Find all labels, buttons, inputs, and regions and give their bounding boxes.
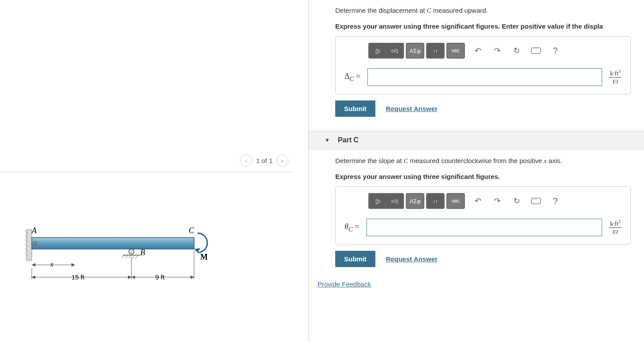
beam-diagram: A C B M x 15 ft 9 ft [22,225,212,300]
svg-marker-22 [32,263,35,267]
partC-toolbar: ▯▯▯√▯ ΑΣφ ↓↑ vec ↶ ↷ ↻ ? [368,193,624,209]
sqrt-button[interactable]: ▯√▯ [386,194,403,208]
figure-panel: ‹ 1 of 1 › A C [0,0,309,342]
svg-marker-28 [32,275,35,279]
svg-text:A: A [31,226,37,235]
svg-marker-33 [131,275,135,279]
keyboard-button[interactable] [529,44,543,57]
vec-button[interactable]: vec [447,44,464,58]
svg-text:x: x [50,260,53,268]
arrows-button[interactable]: ↓↑ [427,194,444,208]
partB-unit: k·ft3EI [607,69,624,86]
partC-question1: Determine the slope at C measured counte… [335,156,644,166]
partB-symbol: ΔC = [342,72,363,83]
partB-submit-button[interactable]: Submit [335,100,375,117]
redo-button[interactable]: ↷ [490,194,504,208]
undo-button[interactable]: ↶ [471,44,484,57]
svg-text:9 ft: 9 ft [155,273,165,281]
partC-answer-input[interactable] [367,219,602,236]
svg-point-8 [34,242,37,245]
svg-text:C: C [189,226,195,235]
svg-marker-34 [191,275,194,279]
partC-symbol: θC = [342,222,362,233]
svg-marker-23 [71,263,75,267]
tool-group-math: ▯▯ ▯√▯ [368,43,404,59]
partC-title: Part C [338,136,359,144]
svg-line-15 [136,255,139,258]
pager-label: 1 of 1 [256,157,273,164]
partC-answer-box: ▯▯▯√▯ ΑΣφ ↓↑ vec ↶ ↷ ↻ ? θC = k·ft2EI [335,186,631,245]
tool-group-greek: ΑΣφ [406,43,424,59]
svg-line-11 [122,255,124,258]
pager-prev-button[interactable]: ‹ [240,154,252,167]
templates-button[interactable]: ▯▯ [369,44,386,58]
sqrt-button[interactable]: ▯√▯ [386,44,403,58]
partC-request-answer-link[interactable]: Request Answer [386,255,438,263]
help-button[interactable]: ? [549,194,562,208]
collapse-icon: ▼ [325,137,330,143]
vec-button[interactable]: vec [447,194,464,208]
partB-question2: Express your answer using three signific… [335,21,644,32]
partC-question2: Express your answer using three signific… [335,171,644,182]
svg-point-9 [129,249,134,254]
question-panel: Determine the displacement at C measured… [309,0,644,342]
help-button[interactable]: ? [549,44,562,57]
provide-feedback-link[interactable]: Provide Feedback [318,280,371,288]
svg-rect-7 [32,238,194,249]
partB-request-answer-link[interactable]: Request Answer [386,105,438,112]
svg-marker-29 [128,275,131,279]
partB-answer-input[interactable] [367,68,602,86]
reset-button[interactable]: ↻ [510,194,523,208]
undo-button[interactable]: ↶ [471,194,484,208]
reset-button[interactable]: ↻ [510,44,523,57]
keyboard-icon [531,198,541,204]
greek-button[interactable]: ΑΣφ [407,44,423,58]
svg-line-14 [132,255,135,258]
pager-next-button[interactable]: › [276,154,288,167]
figure-area: A C B M x 15 ft 9 ft ▲ [0,172,291,335]
partB-question1: Determine the displacement at C measured… [335,5,644,16]
svg-line-13 [129,255,131,258]
svg-rect-0 [26,230,32,260]
redo-button[interactable]: ↷ [490,44,504,57]
partB-submit-row: Submit Request Answer [335,100,644,117]
partC-submit-button[interactable]: Submit [335,251,375,267]
svg-line-12 [125,255,128,258]
tool-group-vec: vec [446,43,465,59]
tool-group-arrows: ↓↑ [426,43,445,59]
partB-answer-row: ΔC = k·ft3EI [342,68,624,86]
figure-pager: ‹ 1 of 1 › [240,154,288,167]
keyboard-icon [531,48,541,54]
svg-text:B: B [140,248,145,257]
partB-answer-box: ▯▯ ▯√▯ ΑΣφ ↓↑ vec ↶ ↷ ↻ ? [335,36,631,94]
greek-button[interactable]: ΑΣφ [407,194,423,208]
partC-submit-row: Submit Request Answer [335,251,644,267]
partC-answer-row: θC = k·ft2EI [342,219,624,236]
arrows-button[interactable]: ↓↑ [427,44,444,58]
partC-unit: k·ft2EI [607,219,624,236]
svg-text:M: M [200,253,208,261]
partB-toolbar: ▯▯ ▯√▯ ΑΣφ ↓↑ vec ↶ ↷ ↻ ? [368,43,624,59]
templates-button[interactable]: ▯▯ [369,194,386,208]
partC-header[interactable]: ▼ Part C [309,130,644,150]
keyboard-button[interactable] [529,194,543,208]
svg-text:15 ft: 15 ft [71,273,85,281]
